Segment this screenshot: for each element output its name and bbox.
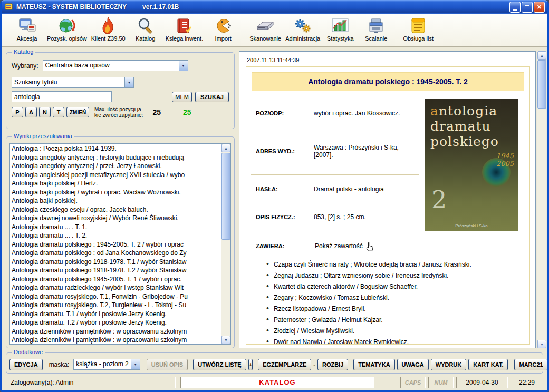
result-row[interactable]: Antologia dramatu ... . T. 1. [12, 223, 221, 232]
catalog-groupbox: Katalog Wybrany: Centralna baza opisów ▼… [6, 52, 235, 129]
scroll-down-icon[interactable]: ▼ [221, 336, 230, 344]
scrollbar-thumb[interactable] [537, 60, 546, 109]
toolbar-button-akcesja[interactable]: Akcesja [9, 15, 45, 42]
scroll-down-icon[interactable]: ▼ [537, 340, 546, 348]
result-row[interactable]: Antologia dzienników i pamiętników : w o… [12, 336, 221, 344]
egzemplarze-button[interactable]: EGZEMPLARZE [258, 359, 311, 370]
result-row[interactable]: Antologia dramatu rosyjskiego. T.1, Fonw… [12, 292, 221, 301]
result-row[interactable]: Antologia dramatu polskiego 1918-1978. T… [12, 258, 221, 267]
detail-scrollbar[interactable]: ▲ ▼ [537, 51, 546, 348]
marc21-button[interactable]: MARC21 [514, 359, 547, 370]
toolbar-button-klient-z3950[interactable]: Klient Z39.50 [89, 15, 128, 42]
scroll-up-icon[interactable]: ▲ [221, 144, 230, 152]
results-list[interactable]: Antologia : Poezja polska 1914-1939.Anto… [10, 144, 221, 344]
results-listbox: Antologia : Poezja polska 1914-1939.Anto… [9, 143, 231, 345]
mem-button[interactable]: MEM [172, 92, 192, 102]
toolbar-button-import[interactable]: Import [205, 15, 241, 42]
toolbar-label: Skanowanie [249, 35, 281, 42]
scrollbar-track[interactable] [537, 60, 546, 340]
result-row[interactable]: Antologia dramatu radzieckiego / wybór i… [12, 283, 221, 292]
toolbar-button-ksiega-inwent[interactable]: Ksiega inwent. [163, 15, 206, 42]
toolbar-button-skanowanie[interactable]: Skanowanie [247, 15, 283, 42]
scroll-up-icon[interactable]: ▲ [537, 51, 546, 60]
result-row[interactable]: Antologia dzienników i pamiętników : w o… [12, 327, 221, 336]
left-column: Katalog Wybrany: Centralna baza opisów ▼… [6, 51, 235, 348]
selected-database-label: Wybrany: [12, 62, 38, 70]
szukaj-button[interactable]: SZUKAJ [195, 92, 229, 102]
detail-panel: 2007.11.13 11:44:39 Antologia dramatu po… [239, 51, 536, 348]
maska-select[interactable]: książka - poziom 2 ▼ [73, 359, 140, 370]
list-note-icon [410, 16, 426, 35]
chevron-down-icon[interactable]: ▼ [179, 61, 188, 71]
returned-results-value: 25 [183, 108, 191, 116]
filter-t-button[interactable]: T [53, 107, 64, 117]
filter-p-button[interactable]: P [12, 107, 23, 117]
maska-select-value: książka - poziom 2 [74, 359, 130, 369]
pacman-icon [215, 16, 232, 35]
wydruk-button[interactable]: WYDRUK [431, 359, 467, 370]
result-row[interactable]: Antologia dramatu polskiego 1945-2005. T… [12, 275, 221, 284]
show-contents-link[interactable]: Pokaż zawartość [315, 242, 363, 250]
toolbar-button-statystyka[interactable]: Statystyka [322, 15, 358, 42]
utworz-liste-button[interactable]: UTWÓRZ LISTĘ [193, 359, 246, 370]
rozbij-button[interactable]: ROZBIJ [317, 359, 348, 370]
edycja-button[interactable]: EDYCJA [9, 359, 43, 370]
result-row[interactable]: Antologia anegdoty antycznej / przeł. Je… [12, 162, 221, 171]
accession-computer-icon [17, 16, 36, 35]
search-input[interactable] [12, 91, 112, 102]
plus-button[interactable]: + [248, 359, 253, 370]
result-row[interactable]: Antologia dramatu polskiego 1918-1978. T… [12, 266, 221, 275]
toolbar-button-scalanie[interactable]: Scalanie [358, 15, 394, 42]
toolbar-button-obsluga-list[interactable]: Obsługa list [400, 15, 436, 42]
toolbar-label: Obsługa list [403, 35, 433, 42]
result-row[interactable]: Antologia angielskiej poezji metafizyczn… [12, 171, 221, 180]
scrollbar-thumb[interactable] [221, 153, 230, 240]
chevron-down-icon[interactable]: ▼ [131, 359, 140, 369]
results-scrollbar[interactable]: ▲ ▼ [221, 144, 230, 344]
toolbar-button-katalog[interactable]: Katalog [128, 15, 163, 42]
maximize-button[interactable] [522, 2, 533, 13]
app-window: MATEUSZ - SYSTEM BIBLIOTECZNY ver.1.17.0… [0, 0, 549, 392]
result-row[interactable]: Antologia : Poezja polska 1914-1939. [12, 144, 221, 153]
result-row[interactable]: Antologia dramatu polskiego : od Jana Ko… [12, 249, 221, 258]
zawiera-row: ZAWIERA: Pokaż zawartość [256, 239, 525, 253]
filter-a-button[interactable]: A [25, 107, 37, 117]
red-book-icon [176, 16, 192, 35]
zawiera-label: ZAWIERA: [256, 243, 315, 249]
toolbar-label: Statystyka [327, 35, 354, 42]
content-item: Kwartet dla czterech aktorów / Bogusław … [266, 281, 525, 292]
result-row[interactable]: Antologia bajki polskiej. [12, 197, 221, 205]
chevron-down-icon[interactable]: ▼ [124, 77, 133, 87]
toolbar-label: Scalanie [365, 35, 387, 42]
toolbar-button-administracja[interactable]: Administracja [283, 15, 322, 42]
result-row[interactable]: Antologia bajki polskiej / wybrał i opra… [12, 188, 221, 197]
close-button[interactable]: × [534, 2, 545, 13]
uwaga-button[interactable]: UWAGA [397, 359, 429, 370]
scrollbar-track[interactable] [221, 152, 230, 336]
database-select[interactable]: Centralna baza opisów ▼ [43, 60, 188, 71]
tematyka-button[interactable]: TEMATYKA [353, 359, 394, 370]
content-item: Paternoster ; Gwiazda / Helmut Kajzar. [266, 314, 525, 325]
result-row[interactable]: Antologia anegdoty antycznej : historyjk… [12, 153, 221, 162]
result-row[interactable]: Antologia dawnej noweli rosyjskiej / Wyb… [12, 214, 221, 223]
usun-opis-button: USUŃ OPIS [147, 359, 188, 370]
result-row[interactable]: Antologia dramatu. T.1 / wybór i posłowi… [12, 310, 221, 319]
minimize-icon [513, 9, 517, 11]
result-row[interactable]: Antologia bajki polskiej / Hertz. [12, 179, 221, 188]
toolbar-label: Katalog [136, 35, 155, 42]
minimize-button[interactable] [509, 2, 521, 13]
kart-kat-button[interactable]: KART KAT. [468, 359, 508, 370]
filter-n-button[interactable]: N [39, 107, 51, 117]
content-item: Dwór nad Narwią / Jarosław Marek Rymkiew… [266, 336, 525, 345]
result-row[interactable]: Antologia czeskiego eseju / oprac. Jacek… [12, 205, 221, 214]
result-row[interactable]: Antologia dramatu. T.2 / wybór i posłowi… [12, 318, 221, 327]
mode-indicator: KATALOG [180, 377, 374, 388]
zmien-button[interactable]: ZMIEŃ [66, 107, 89, 117]
logged-in-status: Zalogowany(a): Admin [6, 377, 176, 388]
result-row[interactable]: Antologia dramatu polskiego : 1945-2005.… [12, 240, 221, 249]
result-row[interactable]: Antologia dramatu ... . T. 2. [12, 231, 221, 240]
toolbar-button-pozysk-opisow[interactable]: Pozysk. opisów [45, 15, 89, 42]
search-mode-select[interactable]: Szukamy tytułu ▼ [12, 77, 134, 88]
bottom-groupbox-title: Dodatkowe [12, 349, 45, 355]
result-row[interactable]: Antologia dramatu rosyjskiego. T.2, Turg… [12, 301, 221, 310]
